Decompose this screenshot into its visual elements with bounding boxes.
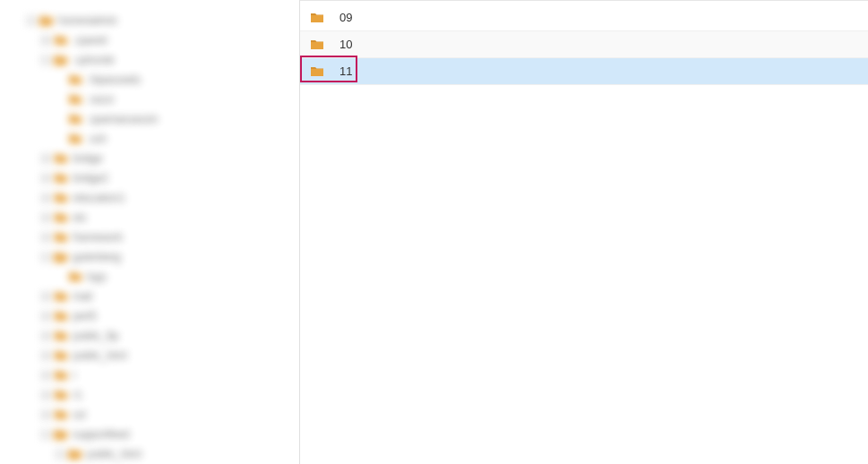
folder-icon (54, 34, 68, 47)
tree-item[interactable]: home/admin (25, 11, 299, 30)
tree-item[interactable]: mail (39, 287, 299, 306)
file-row-label: 10 (339, 38, 352, 51)
expand-toggle-icon[interactable] (41, 193, 50, 202)
tree-item[interactable]: bridge (39, 149, 299, 168)
folder-icon (54, 349, 68, 362)
tree-item[interactable]: education1 (39, 188, 299, 208)
file-row[interactable]: 10 (300, 31, 868, 58)
tree-item-label: .htpasswds (87, 73, 141, 86)
expand-toggle-icon[interactable] (41, 351, 50, 360)
folder-open-icon (68, 448, 82, 460)
collapse-toggle-icon[interactable] (41, 430, 50, 439)
folder-icon (309, 10, 325, 26)
file-row[interactable]: 11 (300, 58, 868, 85)
expand-toggle-icon[interactable] (41, 371, 50, 380)
folder-icon (54, 310, 68, 322)
folder-icon (68, 113, 82, 125)
folder-open-icon (54, 428, 68, 441)
tree-item-label: public_html (87, 448, 142, 460)
tree-item-label: .ssh (87, 133, 107, 145)
tree-item-label: etc (73, 211, 87, 224)
tree-item[interactable]: r1 (39, 385, 299, 405)
expand-toggle-icon[interactable] (41, 410, 50, 419)
tree-item[interactable]: public_html (39, 346, 299, 365)
collapse-toggle-icon[interactable] (41, 253, 50, 262)
tree-item[interactable]: ssl (39, 405, 299, 425)
tree-item[interactable]: perl5 (39, 306, 299, 326)
collapse-toggle-icon[interactable] (27, 16, 36, 25)
tree-item[interactable]: .spamassassin (54, 109, 299, 129)
folder-icon (54, 211, 68, 224)
file-row[interactable]: 09 (300, 4, 868, 31)
tree-item[interactable]: .htpasswds (54, 70, 299, 90)
tree-item-label: ssl (73, 408, 86, 421)
tree-item-label: public_html (73, 349, 127, 362)
expand-toggle-icon[interactable] (41, 331, 50, 340)
folder-icon (54, 330, 68, 342)
tree-item-label: framework (73, 231, 123, 244)
tree-item-label: mail (73, 290, 92, 303)
folder-icon (54, 389, 68, 401)
tree-item[interactable]: r (39, 365, 299, 385)
folder-icon (68, 133, 82, 145)
folder-icon (54, 152, 68, 165)
file-row-label: 11 (339, 64, 352, 78)
tree-item[interactable]: .ssh (54, 129, 299, 149)
folder-icon (309, 64, 325, 80)
tree-item-label: bridge (73, 152, 102, 165)
expand-toggle-icon[interactable] (41, 233, 50, 242)
folder-icon (54, 408, 68, 421)
expand-toggle-icon[interactable] (41, 213, 50, 222)
tree-item[interactable]: supportfeed (39, 425, 299, 444)
folder-open-icon (54, 54, 68, 66)
tree-item-label: public_ftp (73, 330, 118, 342)
tree-item-label: .razor (87, 93, 115, 106)
folder-icon (54, 290, 68, 303)
tree-item-label: .spamassassin (87, 113, 158, 125)
folder-icon (54, 231, 68, 244)
folder-open-icon (54, 251, 68, 263)
tree-item[interactable]: etc (39, 208, 299, 228)
tree-item-label: logs (87, 271, 107, 283)
tree-item-label: .cpanel (73, 34, 107, 47)
file-list-panel: 091011 (300, 0, 868, 464)
collapse-toggle-icon[interactable] (56, 450, 64, 459)
tree-item[interactable]: bridge2 (39, 168, 299, 188)
tree-item[interactable]: .razor (54, 90, 299, 109)
tree-item[interactable]: public_ftp (39, 326, 299, 346)
tree-item[interactable]: logs (54, 267, 299, 287)
tree-item[interactable]: .cphorde (39, 50, 299, 70)
tree-item-label: gutenberg (73, 251, 121, 263)
file-row-label: 09 (339, 11, 352, 24)
tree-item[interactable]: public_html (54, 444, 299, 464)
folder-tree-sidebar: home/admin.cpanel.cphorde.htpasswds.razo… (0, 0, 300, 464)
folder-icon (309, 37, 325, 53)
expand-toggle-icon[interactable] (41, 174, 50, 183)
tree-item[interactable]: framework (39, 228, 299, 247)
tree-item[interactable]: .cpanel (39, 30, 299, 50)
folder-icon (68, 93, 82, 106)
tree-item-label: home/admin (58, 14, 117, 27)
expand-toggle-icon[interactable] (41, 391, 50, 400)
tree-item-label: bridge2 (73, 172, 108, 185)
expand-toggle-icon[interactable] (41, 292, 50, 301)
expand-toggle-icon[interactable] (41, 312, 50, 321)
tree-item-label: perl5 (73, 310, 97, 322)
folder-icon (68, 271, 82, 283)
expand-toggle-icon[interactable] (41, 154, 50, 163)
folder-icon (68, 73, 82, 86)
collapse-toggle-icon[interactable] (41, 56, 50, 64)
folder-open-icon (39, 14, 54, 27)
folder-icon (54, 369, 68, 382)
tree-item-label: .cphorde (73, 54, 115, 66)
tree-item[interactable]: gutenberg (39, 247, 299, 267)
tree-item-label: supportfeed (73, 428, 129, 441)
tree-item-label: r1 (73, 389, 82, 401)
folder-icon (54, 192, 68, 204)
folder-icon (54, 172, 68, 185)
tree-item-label: education1 (73, 192, 125, 204)
tree-item-label: r (73, 369, 76, 382)
expand-toggle-icon[interactable] (41, 36, 50, 45)
